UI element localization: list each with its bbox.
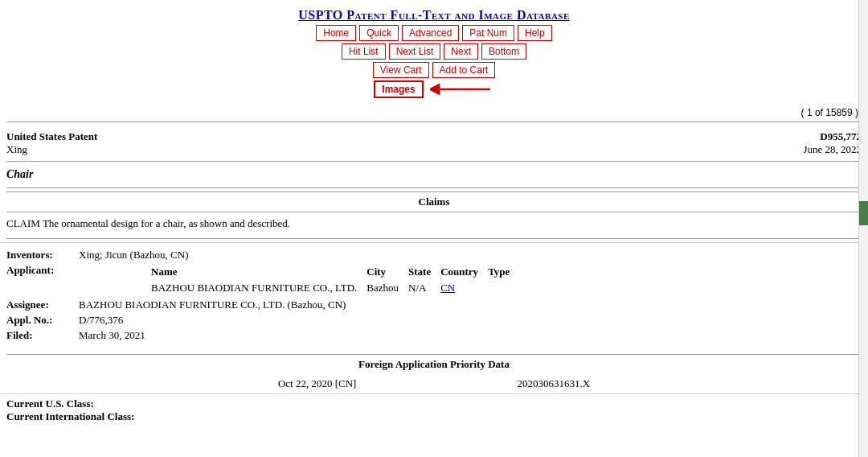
appln-label: Appl. No.:	[6, 314, 79, 327]
images-button[interactable]: Images	[374, 80, 423, 98]
appln-row: Appl. No.: D/776,376	[6, 314, 862, 327]
page-title: USPTO Patent Full-Text and Image Databas…	[0, 8, 868, 23]
details-divider	[6, 238, 862, 239]
foreign-date: Oct 22, 2020 [CN]	[278, 377, 357, 390]
claims-section-header: Claims	[6, 191, 862, 212]
header-divider	[6, 121, 862, 122]
foreign-data-row: Oct 22, 2020 [CN] 202030631631.X	[6, 374, 862, 393]
inventors-label: Inventors:	[6, 249, 79, 261]
patnum-button[interactable]: Pat Num	[462, 25, 514, 41]
patent-type: United States Patent	[6, 130, 97, 143]
scrollbar-thumb[interactable]	[859, 201, 868, 225]
claim-text: CLAIM The ornamental design for a chair,…	[6, 217, 862, 230]
inventor-name: Xing	[6, 143, 97, 156]
nav-row-2: Hit List Next List Next Bottom	[0, 43, 868, 60]
col-country: Country	[440, 264, 488, 280]
arrow-icon	[430, 80, 494, 98]
claims-section: CLAIM The ornamental design for a chair,…	[0, 212, 868, 235]
claims-divider-top	[6, 187, 862, 188]
advanced-button[interactable]: Advanced	[402, 25, 459, 41]
appln-value: D/776,376	[79, 314, 123, 327]
assignee-row: Assignee: BAZHOU BIAODIAN FURNITURE CO.,…	[6, 298, 862, 311]
patent-right: D955,772 June 28, 2022	[803, 130, 862, 156]
nextlist-button[interactable]: Next List	[389, 43, 441, 60]
record-count: ( 1 of 15859 )	[0, 107, 868, 118]
applicant-row: Applicant: Name City State Country Type	[6, 264, 862, 296]
details-section: Inventors: Xing; Jicun (Bazhou, CN) Appl…	[0, 242, 868, 348]
quick-button[interactable]: Quick	[359, 25, 399, 41]
nav-row-1: Home Quick Advanced Pat Num Help	[0, 25, 868, 41]
applicant-data-row: BAZHOU BIAODIAN FURNITURE CO., LTD. Bazh…	[151, 280, 519, 296]
applicant-city: Bazhou	[366, 280, 408, 296]
foreign-header: Foreign Application Priority Data	[6, 355, 862, 374]
viewcart-button[interactable]: View Cart	[373, 62, 429, 78]
col-name: Name	[151, 264, 366, 280]
assignee-label: Assignee:	[6, 298, 79, 311]
applicant-country-link[interactable]: CN	[440, 282, 455, 294]
applicant-type	[488, 280, 519, 296]
col-type: Type	[488, 264, 519, 280]
hitlist-button[interactable]: Hit List	[342, 43, 386, 60]
patent-date: June 28, 2022	[803, 143, 862, 156]
nav-row-3: View Cart Add to Cart	[0, 62, 868, 78]
assignee-value: BAZHOU BIAODIAN FURNITURE CO., LTD. (Baz…	[79, 298, 346, 311]
col-city: City	[366, 264, 408, 280]
foreign-section: Foreign Application Priority Data Oct 22…	[6, 354, 862, 393]
applicant-label: Applicant:	[6, 264, 79, 296]
inventors-value: Xing; Jicun (Bazhou, CN)	[79, 249, 188, 261]
applicant-state: N/A	[408, 280, 440, 296]
applicant-header-row: Name City State Country Type	[151, 264, 519, 280]
help-button[interactable]: Help	[518, 25, 552, 41]
col-state: State	[408, 264, 440, 280]
current-us-class-row: Current U.S. Class:	[6, 397, 862, 410]
foreign-num: 202030631631.X	[517, 377, 590, 390]
inventors-row: Inventors: Xing; Jicun (Bazhou, CN)	[6, 249, 862, 261]
filed-value: March 30, 2021	[79, 329, 145, 342]
patent-number: D955,772	[803, 130, 862, 143]
scrollbar[interactable]	[858, 0, 868, 457]
current-intl-class-label: Current International Class:	[6, 410, 134, 422]
home-button[interactable]: Home	[316, 25, 356, 41]
filed-label: Filed:	[6, 329, 79, 342]
current-intl-class-row: Current International Class:	[6, 410, 862, 423]
title-divider	[6, 161, 862, 162]
current-class-section: Current U.S. Class: Current Internationa…	[0, 393, 868, 426]
applicant-table-container: Name City State Country Type BAZHOU BIAO…	[79, 264, 519, 296]
filed-row: Filed: March 30, 2021	[6, 329, 862, 342]
patent-title: Chair	[6, 168, 33, 180]
patent-title-row: Chair	[0, 165, 868, 184]
patent-left: United States Patent Xing	[6, 130, 97, 156]
patent-header: United States Patent Xing D955,772 June …	[0, 126, 868, 158]
nav-row-4-container: Images	[0, 80, 868, 98]
page-container: USPTO Patent Full-Text and Image Databas…	[0, 0, 868, 426]
bottom-button[interactable]: Bottom	[481, 43, 526, 60]
next-button[interactable]: Next	[444, 43, 478, 60]
applicant-table: Name City State Country Type BAZHOU BIAO…	[151, 264, 519, 296]
addtocart-button[interactable]: Add to Cart	[432, 62, 496, 78]
current-us-class-label: Current U.S. Class:	[6, 397, 94, 410]
header-section: USPTO Patent Full-Text and Image Databas…	[0, 0, 868, 107]
applicant-name: BAZHOU BIAODIAN FURNITURE CO., LTD.	[151, 280, 366, 296]
